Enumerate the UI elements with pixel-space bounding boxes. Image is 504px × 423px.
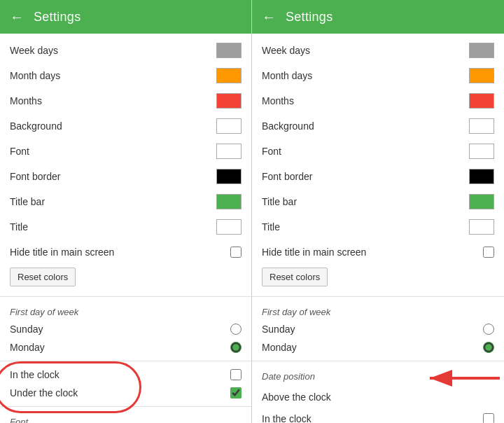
left-month-days-swatch[interactable] bbox=[216, 68, 241, 83]
left-in-clock-checkbox[interactable] bbox=[230, 369, 241, 380]
right-sunday-label: Sunday bbox=[262, 324, 295, 335]
left-content: Week days Month days Months Background F… bbox=[0, 34, 251, 423]
right-sunday-row: Sunday bbox=[252, 320, 504, 338]
left-first-day-section: First day of week Sunday Monday bbox=[0, 297, 251, 361]
right-title-bar-swatch[interactable] bbox=[469, 194, 494, 209]
right-title-color-label: Title bbox=[262, 221, 280, 233]
right-first-day-section: First day of week Sunday Monday bbox=[252, 297, 504, 361]
left-background-row: Background bbox=[0, 113, 251, 139]
left-under-clock-row: Under the clock bbox=[0, 384, 251, 402]
right-month-days-row: Month days bbox=[252, 63, 504, 88]
right-month-days-label: Month days bbox=[262, 70, 312, 81]
right-month-days-swatch[interactable] bbox=[469, 68, 494, 83]
left-month-days-label: Month days bbox=[10, 70, 60, 81]
right-date-position-section: Date position Above the clock In the clo… bbox=[252, 361, 504, 423]
left-font-swatch[interactable] bbox=[216, 144, 241, 159]
left-background-label: Background bbox=[10, 120, 62, 132]
right-sunday-radio[interactable] bbox=[483, 324, 494, 335]
right-in-clock-label: In the clock bbox=[262, 413, 312, 423]
right-font-swatch[interactable] bbox=[469, 144, 494, 159]
right-in-clock-row: In the clock bbox=[252, 410, 504, 423]
left-under-clock-label: Under the clock bbox=[10, 387, 78, 398]
right-months-swatch[interactable] bbox=[469, 93, 494, 109]
right-content: Week days Month days Months Background F… bbox=[252, 34, 504, 423]
right-above-clock-row: Above the clock bbox=[252, 384, 504, 410]
left-font-border-row: Font border bbox=[0, 164, 251, 189]
right-font-color-label: Font bbox=[262, 146, 281, 157]
left-colors-section: Week days Month days Months Background F… bbox=[0, 34, 251, 297]
right-months-row: Months bbox=[252, 88, 504, 113]
right-reset-colors-button[interactable]: Reset colors bbox=[262, 268, 328, 286]
right-hide-title-label: Hide title in main screen bbox=[262, 247, 366, 258]
right-back-arrow[interactable]: ← bbox=[262, 9, 276, 25]
left-months-label: Months bbox=[10, 95, 42, 106]
right-monday-row: Monday bbox=[252, 338, 504, 356]
right-font-border-row: Font border bbox=[252, 164, 504, 189]
right-colors-section: Week days Month days Months Background F… bbox=[252, 34, 504, 297]
right-hide-title-row: Hide title in main screen bbox=[252, 240, 504, 265]
right-monday-label: Monday bbox=[262, 342, 297, 353]
right-first-day-label: First day of week bbox=[252, 301, 504, 320]
right-background-label: Background bbox=[262, 120, 314, 132]
right-font-row: Font bbox=[252, 139, 504, 164]
right-week-days-swatch[interactable] bbox=[469, 43, 494, 58]
right-week-days-row: Week days bbox=[252, 38, 504, 63]
left-panel: ← Settings Week days Month days Months bbox=[0, 0, 252, 423]
left-in-clock-row: In the clock bbox=[0, 366, 251, 384]
left-font-border-label: Font border bbox=[10, 171, 60, 182]
left-under-clock-checkbox[interactable] bbox=[230, 387, 241, 398]
right-title-bar-label: Title bar bbox=[262, 196, 297, 207]
right-font-border-swatch[interactable] bbox=[469, 169, 494, 184]
left-month-days-row: Month days bbox=[0, 63, 251, 88]
right-months-label: Months bbox=[262, 95, 294, 106]
right-week-days-label: Week days bbox=[262, 45, 310, 56]
left-font-section: Font Size (px) 20 bbox=[0, 407, 251, 423]
left-monday-row: Monday bbox=[0, 338, 251, 356]
right-title: Settings bbox=[286, 10, 332, 25]
left-title-bar-label: Title bar bbox=[10, 196, 45, 207]
right-header: ← Settings bbox=[252, 0, 504, 34]
right-background-row: Background bbox=[252, 113, 504, 139]
right-red-arrow bbox=[424, 368, 501, 388]
right-hide-title-checkbox[interactable] bbox=[483, 247, 494, 258]
left-date-position-section: In the clock Under the clock bbox=[0, 361, 251, 407]
left-sunday-row: Sunday bbox=[0, 320, 251, 338]
left-sunday-radio[interactable] bbox=[230, 324, 241, 335]
right-title-row: Title bbox=[252, 214, 504, 240]
right-monday-radio[interactable] bbox=[483, 342, 494, 353]
left-months-row: Months bbox=[0, 88, 251, 113]
right-in-clock-checkbox[interactable] bbox=[483, 413, 494, 423]
left-font-color-label: Font bbox=[10, 146, 29, 157]
left-title-bar-row: Title bar bbox=[0, 189, 251, 214]
left-title-bar-swatch[interactable] bbox=[216, 194, 241, 209]
left-hide-title-row: Hide title in main screen bbox=[0, 240, 251, 265]
left-reset-colors-button[interactable]: Reset colors bbox=[10, 268, 76, 286]
left-sunday-label: Sunday bbox=[10, 324, 43, 335]
right-font-border-label: Font border bbox=[262, 171, 312, 182]
left-title-color-label: Title bbox=[10, 221, 28, 233]
left-in-clock-label: In the clock bbox=[10, 369, 59, 380]
right-above-clock-label: Above the clock bbox=[262, 391, 331, 403]
left-week-days-swatch[interactable] bbox=[216, 43, 241, 58]
right-background-swatch[interactable] bbox=[469, 118, 494, 134]
left-background-swatch[interactable] bbox=[216, 118, 241, 134]
app-container: ← Settings Week days Month days Months bbox=[0, 0, 504, 423]
left-hide-title-label: Hide title in main screen bbox=[10, 247, 114, 258]
left-title: Settings bbox=[34, 10, 80, 25]
left-font-row: Font bbox=[0, 139, 251, 164]
left-months-swatch[interactable] bbox=[216, 93, 241, 109]
left-font-border-swatch[interactable] bbox=[216, 169, 241, 184]
left-back-arrow[interactable]: ← bbox=[10, 9, 24, 25]
left-header: ← Settings bbox=[0, 0, 251, 34]
left-monday-radio[interactable] bbox=[230, 342, 241, 353]
left-font-section-label: Font bbox=[0, 411, 251, 423]
left-week-days-row: Week days bbox=[0, 38, 251, 63]
right-title-swatch[interactable] bbox=[469, 219, 494, 235]
left-hide-title-checkbox[interactable] bbox=[230, 247, 241, 258]
left-monday-label: Monday bbox=[10, 342, 45, 353]
left-title-row: Title bbox=[0, 214, 251, 240]
left-first-day-label: First day of week bbox=[0, 301, 251, 320]
right-title-bar-row: Title bar bbox=[252, 189, 504, 214]
left-title-swatch[interactable] bbox=[216, 219, 241, 235]
right-panel: ← Settings Week days Month days Months bbox=[252, 0, 504, 423]
